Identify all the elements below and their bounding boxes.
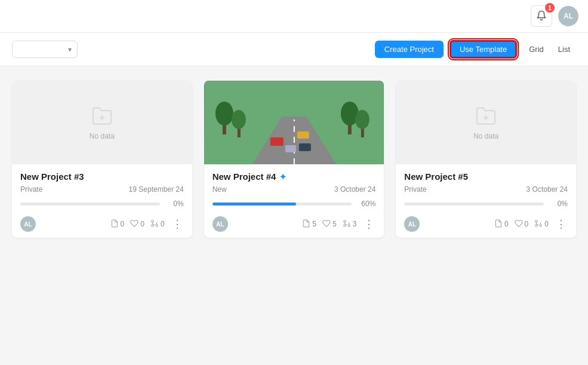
likes-stat: 0 [515, 219, 529, 229]
file-icon [302, 219, 310, 229]
svg-rect-12 [285, 145, 295, 152]
status-badge: Private [404, 185, 426, 194]
svg-point-28 [540, 224, 542, 226]
svg-point-22 [347, 224, 350, 226]
project-date: 3 October 24 [334, 185, 375, 194]
project-avatar: AL [20, 216, 36, 232]
status-badge: Private [20, 185, 42, 194]
svg-point-29 [535, 220, 538, 222]
svg-rect-10 [270, 137, 283, 146]
card-meta: New 3 October 24 [213, 185, 376, 194]
project-card: No data New Project #3 Private 19 Septem… [12, 81, 192, 238]
forks-count: 0 [544, 220, 549, 228]
fork-icon [534, 219, 543, 229]
forks-count: 0 [161, 220, 165, 228]
forks-stat: 3 [343, 219, 357, 229]
card-thumbnail: No data [12, 81, 192, 164]
likes-count: 0 [140, 220, 144, 228]
project-date: 3 October 24 [527, 185, 568, 194]
forks-stat: 0 [534, 219, 549, 229]
progress-row: 0% [20, 200, 184, 208]
progress-bar-background [213, 203, 352, 205]
progress-bar-fill [213, 203, 296, 205]
svg-point-15 [215, 102, 233, 125]
folder-icon [475, 105, 497, 128]
card-title: New Project #4 ✦ [213, 171, 376, 182]
card-footer: AL 0 0 [404, 214, 568, 232]
likes-count: 5 [333, 220, 337, 228]
svg-point-23 [343, 220, 346, 222]
verified-icon: ✦ [279, 172, 287, 182]
footer-stats: 0 0 0 ⋮ [41, 219, 184, 229]
project-title: New Project #3 [20, 171, 84, 182]
more-options-button[interactable]: ⋮ [171, 219, 184, 229]
project-avatar: AL [404, 216, 420, 232]
files-count: 0 [504, 220, 509, 228]
user-avatar-button[interactable]: AL [558, 6, 578, 26]
filter-dropdown-wrapper [12, 41, 78, 58]
file-icon [110, 219, 119, 229]
card-thumbnail [204, 81, 384, 164]
svg-point-21 [355, 110, 369, 129]
view-toggle: Grid List [523, 42, 576, 57]
grid-view-button[interactable]: Grid [523, 42, 550, 57]
toolbar-right: Create Project Use Template Grid List [375, 40, 576, 59]
project-date: 19 September 24 [129, 185, 184, 194]
more-options-button[interactable]: ⋮ [362, 219, 375, 229]
project-card: New Project #4 ✦ New 3 October 24 60% AL [204, 81, 384, 238]
fork-icon [150, 219, 159, 229]
files-stat: 0 [494, 219, 509, 229]
footer-stats: 5 5 3 ⋮ [233, 219, 376, 229]
progress-bar-background [404, 203, 544, 205]
toolbar-left [12, 41, 368, 58]
card-footer: AL 0 0 [20, 214, 184, 232]
notification-badge: 1 [545, 3, 555, 13]
card-body: New Project #3 Private 19 September 24 0… [12, 164, 192, 238]
progress-row: 60% [213, 200, 376, 208]
card-body: New Project #4 ✦ New 3 October 24 60% AL [204, 164, 384, 238]
svg-point-3 [152, 220, 154, 222]
heart-icon [515, 219, 523, 229]
folder-icon [91, 105, 113, 128]
no-data-label: No data [473, 132, 498, 140]
file-icon [494, 219, 503, 229]
more-options-button[interactable]: ⋮ [555, 219, 568, 229]
no-data-label: No data [90, 132, 115, 140]
list-view-button[interactable]: List [552, 42, 576, 57]
use-template-button[interactable]: Use Template [450, 40, 517, 59]
card-title: New Project #3 [20, 171, 184, 182]
card-meta: Private 19 September 24 [20, 185, 184, 194]
svg-rect-11 [297, 131, 309, 139]
status-badge: New [213, 185, 227, 194]
progress-percentage: 0% [165, 200, 184, 208]
filter-dropdown[interactable] [12, 41, 78, 58]
svg-point-17 [231, 110, 245, 129]
traffic-illustration [204, 81, 384, 164]
progress-percentage: 0% [549, 200, 568, 208]
svg-point-2 [156, 224, 158, 226]
files-stat: 5 [302, 219, 316, 229]
topbar: 1 AL [0, 0, 588, 33]
card-footer: AL 5 5 [213, 214, 376, 232]
likes-count: 0 [525, 220, 529, 228]
forks-stat: 0 [150, 219, 165, 229]
card-thumbnail: No data [396, 81, 576, 164]
heart-icon [130, 219, 138, 229]
svg-rect-13 [298, 143, 310, 151]
progress-percentage: 60% [356, 200, 375, 208]
likes-stat: 5 [322, 219, 337, 229]
progress-row: 0% [404, 200, 568, 208]
project-card: No data New Project #5 Private 3 October… [396, 81, 576, 238]
projects-grid: No data New Project #3 Private 19 Septem… [12, 81, 576, 238]
files-stat: 0 [110, 219, 125, 229]
forks-count: 3 [353, 220, 357, 228]
progress-bar-background [20, 203, 160, 205]
files-count: 0 [121, 220, 125, 228]
toolbar: Create Project Use Template Grid List [0, 33, 588, 66]
likes-stat: 0 [130, 219, 144, 229]
main-content: No data New Project #3 Private 19 Septem… [0, 66, 588, 365]
card-body: New Project #5 Private 3 October 24 0% A… [396, 164, 576, 238]
notification-button[interactable]: 1 [531, 5, 552, 27]
create-project-button[interactable]: Create Project [375, 41, 444, 58]
bell-icon [536, 10, 547, 23]
